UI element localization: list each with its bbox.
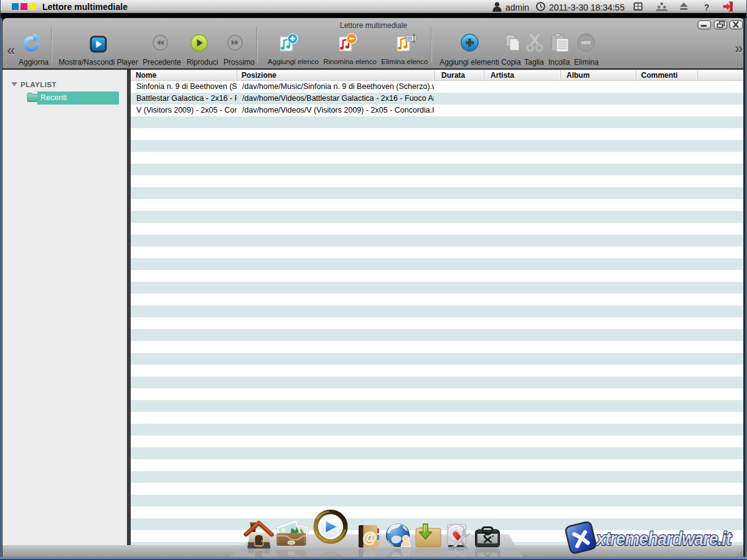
svg-text:xtremehardware.it: xtremehardware.it [595, 528, 732, 549]
svg-text:@: @ [363, 530, 377, 546]
